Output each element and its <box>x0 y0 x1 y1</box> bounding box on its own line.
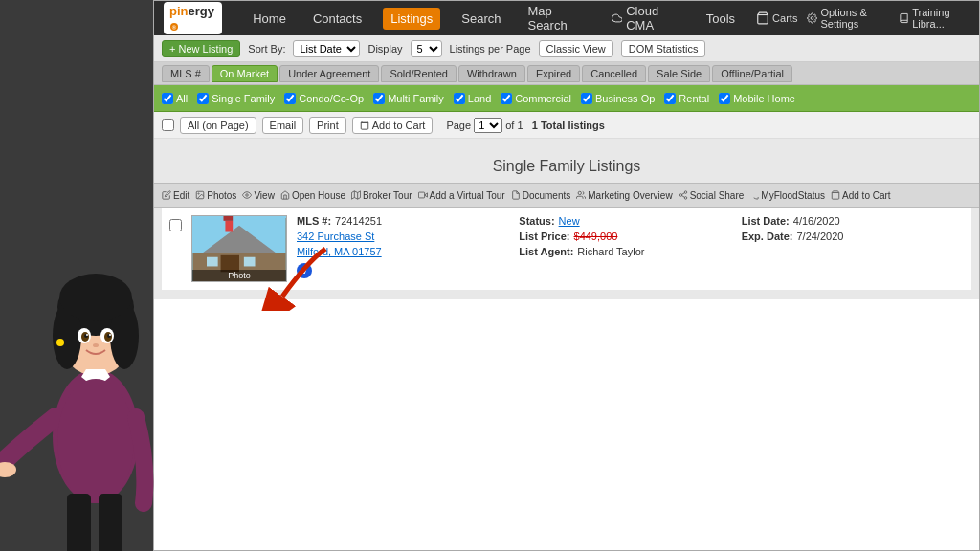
filter-multi-family[interactable]: Multi Family <box>373 93 444 104</box>
tab-withdrawn[interactable]: Withdrawn <box>458 65 525 82</box>
dom-statistics-button[interactable]: DOM Statistics <box>621 40 706 57</box>
tab-mls-number[interactable]: MLS # <box>162 65 210 82</box>
character-figure <box>0 187 191 551</box>
marketing-overview-button[interactable]: Marketing Overview <box>576 190 672 201</box>
camera-icon <box>195 190 205 200</box>
character-svg <box>0 187 191 551</box>
listing-col-1: MLS #: 72414251 342 Purchase St Milford,… <box>297 215 519 278</box>
svg-point-3 <box>812 17 814 20</box>
listing-col-2: Status: New List Price: $449,000 List Ag… <box>519 215 741 278</box>
tab-expired[interactable]: Expired <box>527 65 580 82</box>
options-nav-item[interactable]: Options & Settings <box>807 7 889 30</box>
svg-rect-49 <box>99 494 122 551</box>
list-agent-field: List Agent: Richard Taylor <box>519 246 741 257</box>
gear-icon <box>807 11 817 25</box>
listing-add-to-cart-button[interactable]: Add to Cart <box>831 190 891 201</box>
email-button[interactable]: Email <box>262 117 304 134</box>
logo[interactable]: pinergy ® <box>164 2 222 34</box>
cart-nav-item[interactable]: Carts <box>756 11 797 25</box>
filter-all[interactable]: All <box>162 93 188 104</box>
nav-map-search[interactable]: Map Search <box>522 0 590 36</box>
nav-contacts[interactable]: Contacts <box>307 8 368 30</box>
svg-point-6 <box>198 193 199 194</box>
address-line2[interactable]: Milford, MA 01757 <box>297 246 519 257</box>
svg-line-17 <box>681 196 684 198</box>
classic-view-button[interactable]: Classic View <box>539 40 613 57</box>
list-price-field: List Price: $449,000 <box>519 231 741 242</box>
display-select[interactable]: 5 <box>411 40 442 57</box>
open-house-button[interactable]: Open House <box>280 190 345 201</box>
svg-point-14 <box>684 191 687 194</box>
svg-point-16 <box>684 197 687 200</box>
photo-label: Photo <box>192 270 286 281</box>
filter-row: All Single Family Condo/Co-Op Multi Fami… <box>154 85 979 112</box>
new-listing-button[interactable]: + New Listing <box>162 40 240 57</box>
tab-sold-rented[interactable]: Sold/Rented <box>381 65 457 82</box>
add-to-cart-button[interactable]: Add to Cart <box>352 117 434 134</box>
action-row: All (on Page) Email Print Add to Cart Pa… <box>154 112 979 139</box>
documents-button[interactable]: Documents <box>511 190 571 201</box>
filter-commercial[interactable]: Commercial <box>501 93 571 104</box>
all-on-page-button[interactable]: All (on Page) <box>180 117 256 134</box>
svg-rect-12 <box>418 192 424 198</box>
listing-photo[interactable]: Photo <box>191 215 287 282</box>
exp-date-field: Exp. Date: 7/24/2020 <box>742 231 964 242</box>
content-area: Single Family Listings Edit Photos View … <box>154 139 979 299</box>
flood-icon <box>749 190 759 200</box>
nav-cloud-cma[interactable]: Cloud CMA <box>606 0 685 36</box>
tab-on-market[interactable]: On Market <box>212 65 278 82</box>
filter-rental[interactable]: Rental <box>664 93 709 104</box>
browser-window: pinergy ® Home Contacts Listings Search … <box>153 0 980 551</box>
view-button[interactable]: View <box>242 190 275 201</box>
flood-status-button[interactable]: MyFloodStatus <box>749 190 825 201</box>
tab-sale-side[interactable]: Sale Side <box>648 65 710 82</box>
svg-point-44 <box>93 343 99 347</box>
listing-details: MLS #: 72414251 342 Purchase St Milford,… <box>297 215 964 278</box>
nav-home[interactable]: Home <box>247 8 292 30</box>
nav-tools[interactable]: Tools <box>701 8 741 30</box>
home-icon <box>280 190 290 200</box>
social-share-button[interactable]: Social Share <box>679 190 745 201</box>
tab-cancelled[interactable]: Cancelled <box>582 65 646 82</box>
training-nav-item[interactable]: Training Libra... <box>899 7 969 30</box>
status-field: Status: New <box>519 215 741 227</box>
virtual-tour-button[interactable]: Add a Virtual Tour <box>418 190 505 201</box>
logo-area: pinergy ® <box>164 2 222 34</box>
list-date-field: List Date: 4/16/2020 <box>742 215 964 227</box>
filter-business-op[interactable]: Business Op <box>581 93 655 104</box>
display-label: Display <box>368 43 402 55</box>
select-all-checkbox[interactable] <box>162 119 174 131</box>
tab-under-agreement[interactable]: Under Agreement <box>279 65 379 82</box>
nav-listings[interactable]: Listings <box>383 8 440 30</box>
svg-marker-8 <box>351 191 360 199</box>
tab-offline-partial[interactable]: Offline/Partial <box>712 65 792 82</box>
eye-icon <box>242 190 252 200</box>
page-info: Page 1 of 1 1 Total listings <box>446 118 605 133</box>
address-line1[interactable]: 342 Purchase St <box>297 231 519 242</box>
virtual-icon[interactable]: v <box>297 263 312 278</box>
listing-col-3: List Date: 4/16/2020 Exp. Date: 7/24/202… <box>742 215 964 278</box>
svg-rect-26 <box>225 221 233 232</box>
filter-single-family[interactable]: Single Family <box>197 93 275 104</box>
tabs-row: MLS # On Market Under Agreement Sold/Ren… <box>154 62 979 85</box>
nav-search[interactable]: Search <box>456 8 506 30</box>
svg-point-46 <box>57 379 134 503</box>
total-listings: 1 Total listings <box>532 120 605 131</box>
page-select[interactable]: 1 <box>474 118 502 133</box>
top-nav: pinergy ® Home Contacts Listings Search … <box>154 1 979 35</box>
svg-point-42 <box>86 334 88 336</box>
svg-point-52 <box>56 339 64 346</box>
filter-condo[interactable]: Condo/Co-Op <box>284 93 364 104</box>
photos-button[interactable]: Photos <box>195 190 236 201</box>
toolbar: + New Listing Sort By: List Date Display… <box>154 35 979 62</box>
svg-marker-11 <box>424 193 427 197</box>
listing-toolbar: Edit Photos View Open House Broker Tour … <box>154 183 979 208</box>
filter-mobile-home[interactable]: Mobile Home <box>719 93 795 104</box>
listing-card: Photo MLS #: 72414251 342 Purchase St Mi… <box>162 208 971 290</box>
listings-per-page-label: Listings per Page <box>450 43 531 55</box>
broker-tour-button[interactable]: Broker Tour <box>351 190 412 201</box>
sort-by-select[interactable]: List Date <box>293 40 360 57</box>
cloud-icon <box>612 11 623 25</box>
print-button[interactable]: Print <box>309 117 346 134</box>
filter-land[interactable]: Land <box>454 93 491 104</box>
